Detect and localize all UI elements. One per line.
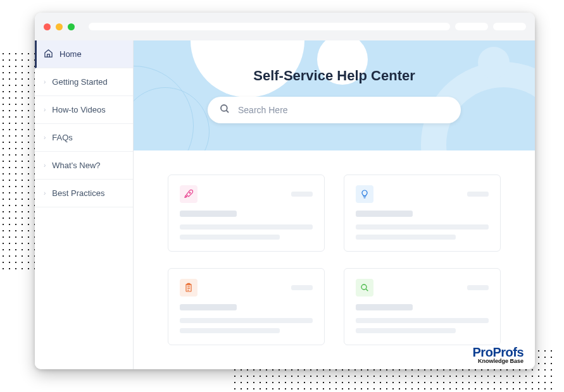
placeholder-line [356,235,456,240]
svg-point-8 [361,285,367,290]
svg-line-1 [227,111,229,113]
main-content: Self-Service Help Center [134,40,535,369]
sidebar-item-label: FAQs [52,133,73,142]
sidebar-item-getting-started[interactable]: › Getting Started [35,68,133,96]
sidebar-item-label: How-to Videos [52,105,105,114]
search-input[interactable] [238,105,449,115]
page-title: Self-Service Help Center [253,68,415,84]
svg-point-0 [221,105,227,111]
minimize-window-button[interactable] [56,23,63,30]
placeholder-line [180,224,313,230]
chevron-right-icon: › [44,78,46,85]
placeholder-line [356,328,456,333]
browser-window: Home › Getting Started › How-to Videos ›… [35,13,535,369]
placeholder-title [356,211,413,217]
brand-name-2: Profs [492,345,523,359]
placeholder-meta [291,285,313,290]
chevron-right-icon: › [44,106,46,113]
sidebar-item-whats-new[interactable]: › What's New? [35,152,133,180]
clipboard-icon [180,279,197,297]
brand-name-1: Pro [473,345,493,359]
app-body: Home › Getting Started › How-to Videos ›… [35,40,535,369]
sidebar: Home › Getting Started › How-to Videos ›… [35,40,134,369]
sidebar-item-label: Best Practices [52,188,104,198]
placeholder-line [356,318,489,323]
svg-line-9 [366,289,368,291]
hero-banner: Self-Service Help Center [134,40,535,150]
decorative-blob [134,87,210,150]
sidebar-item-best-practices[interactable]: › Best Practices [35,180,133,207]
sidebar-item-label: Home [60,49,82,59]
chevron-right-icon: › [44,134,46,141]
search-icon [356,279,373,297]
chevron-right-icon: › [44,162,46,169]
placeholder-title [180,211,237,217]
close-window-button[interactable] [44,23,51,30]
card[interactable] [168,175,325,252]
placeholder-title [180,304,237,310]
sidebar-item-faqs[interactable]: › FAQs [35,124,133,152]
placeholder-line [180,235,280,240]
cards-grid [134,150,535,369]
placeholder-line [180,328,280,333]
sidebar-item-label: What's New? [52,161,100,170]
card[interactable] [344,268,501,345]
placeholder-meta [291,192,313,197]
maximize-window-button[interactable] [68,23,75,30]
titlebar-pill [455,23,488,30]
placeholder-title [356,304,413,310]
placeholder-line [356,224,489,230]
sidebar-item-home[interactable]: Home [35,40,133,68]
titlebar [35,13,535,40]
sidebar-item-label: Getting Started [52,77,107,87]
home-icon [44,49,53,60]
rocket-icon [180,185,197,203]
search-container [208,97,461,123]
chevron-right-icon: › [44,190,46,197]
placeholder-line [180,318,313,323]
svg-point-2 [189,192,191,193]
sidebar-item-how-to-videos[interactable]: › How-to Videos [35,96,133,124]
search-icon [219,103,230,117]
placeholder-meta [467,192,489,197]
brand-logo: ProProfs Knowledge Base [473,346,523,364]
titlebar-pill [493,23,526,30]
card[interactable] [168,268,325,345]
url-bar[interactable] [89,23,450,30]
decorative-blob [478,47,510,78]
brand-subtitle: Knowledge Base [473,358,523,364]
placeholder-meta [467,285,489,290]
bulb-icon [356,185,373,203]
card[interactable] [344,175,501,252]
